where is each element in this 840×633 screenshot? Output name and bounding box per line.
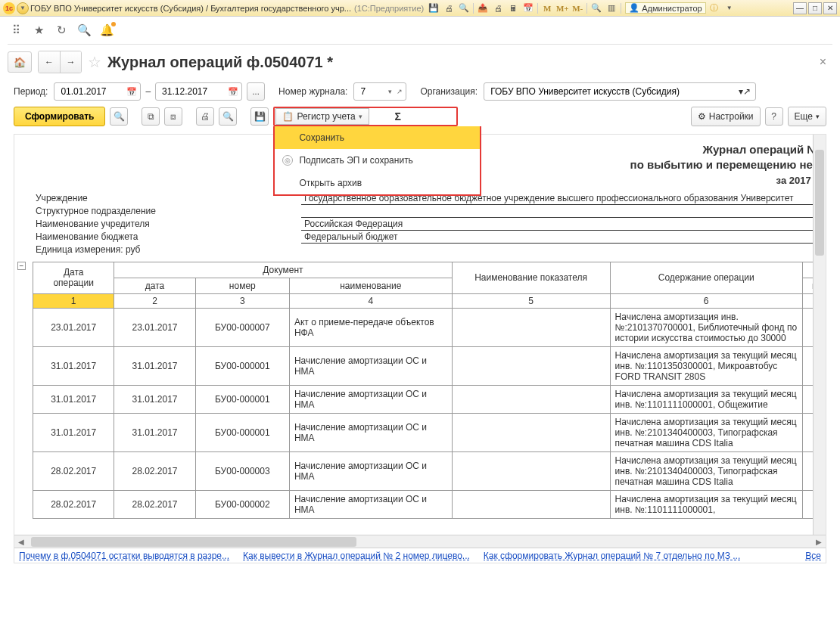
org-label: Организация:: [420, 86, 478, 97]
chevron-down-icon: ▾: [359, 113, 362, 120]
find-button[interactable]: 🔍: [110, 107, 128, 126]
help-button[interactable]: ?: [765, 107, 783, 126]
open-ext-icon[interactable]: ↗: [743, 86, 751, 97]
doc-print-icon[interactable]: 🖨: [491, 2, 505, 14]
col-content: Содержание операции: [610, 262, 802, 293]
tab-header: 🏠 ← → ☆ Журнал операций ф.0504071 * ×: [0, 45, 840, 79]
dropdown-sign[interactable]: ◎Подписать ЭП и сохранить: [275, 149, 480, 172]
date-to-input[interactable]: 📅: [155, 82, 242, 101]
chevron-down-icon[interactable]: ▾: [385, 88, 394, 95]
apps-icon[interactable]: ⠿: [9, 23, 23, 37]
journal-label: Номер журнала:: [278, 86, 347, 97]
open-ext-icon[interactable]: ↗: [395, 88, 404, 95]
hint-bar: Почему в ф.0504071 остатки выводятся в р…: [14, 548, 826, 563]
calendar-icon[interactable]: 📅: [228, 87, 238, 97]
tab-close-button[interactable]: ×: [820, 55, 826, 69]
hint-link-3[interactable]: Как сформировать Журнал операций № 7 отд…: [484, 551, 740, 561]
calendar-icon[interactable]: 📅: [126, 87, 137, 97]
send-up-icon[interactable]: 📤: [476, 2, 490, 14]
preview-icon[interactable]: 🔍: [457, 2, 471, 14]
chevron-down-icon: ▾: [816, 113, 820, 120]
hint-all-link[interactable]: Все: [805, 551, 821, 561]
registry-dropdown: Сохранить ◎Подписать ЭП и сохранить Откр…: [273, 126, 481, 196]
star-outline-icon[interactable]: ☆: [88, 53, 101, 71]
table-row[interactable]: 31.01.201731.01.2017БУ00-000001Начислени…: [33, 413, 827, 451]
table-row[interactable]: 31.01.201731.01.2017БУ00-000001Начислени…: [33, 346, 827, 385]
history-icon[interactable]: ↻: [54, 23, 68, 37]
settings-button[interactable]: ⚙Настройки: [691, 107, 761, 126]
table-row[interactable]: 31.01.201731.01.2017БУ00-000001Начислени…: [33, 385, 827, 413]
user-name: Администратор: [642, 4, 702, 13]
table-row[interactable]: 28.02.201728.02.2017БУ00-000003Начислени…: [33, 451, 827, 490]
window-title: ГОБУ ВПО Университет искусств (Субсидия)…: [30, 4, 351, 13]
calc-icon[interactable]: 🖩: [506, 2, 520, 14]
report-area: − Журнал операций №по выбытию и перемеще…: [14, 134, 826, 563]
user-icon: 👤: [629, 3, 639, 13]
close-button[interactable]: ✕: [823, 2, 837, 14]
m-icon[interactable]: M: [540, 2, 554, 14]
date-from-input[interactable]: 📅: [54, 82, 141, 101]
registry-group: 📋Регистр учета▾ Σ Сохранить ◎Подписать Э…: [273, 107, 457, 126]
calendar-icon[interactable]: 📅: [521, 2, 535, 14]
zoom-icon[interactable]: 🔍: [590, 2, 603, 14]
registry-button[interactable]: 📋Регистр учета▾: [275, 108, 369, 125]
titlebar: 1c ▼ ГОБУ ВПО Университет искусств (Субс…: [0, 0, 840, 17]
minimize-button[interactable]: —: [793, 2, 807, 14]
hint-link-2[interactable]: Как вывести в Журнал операций № 2 номер …: [243, 551, 470, 561]
m-minus-icon[interactable]: M-: [571, 2, 584, 14]
print-icon[interactable]: 🖨: [442, 2, 456, 14]
user-chip[interactable]: 👤Администратор: [625, 2, 705, 14]
maximize-button[interactable]: □: [808, 2, 822, 14]
home-button[interactable]: 🏠: [8, 51, 32, 73]
more-button[interactable]: Еще▾: [788, 107, 826, 126]
settings-icon: ⚙: [698, 111, 706, 122]
save-disk-button[interactable]: 💾: [250, 107, 269, 126]
nav-back-button[interactable]: ←: [39, 51, 60, 73]
collapse-button[interactable]: ⧈: [164, 107, 182, 126]
vertical-scrollbar[interactable]: [813, 135, 826, 535]
window-subtitle: (1С:Предприятие): [354, 4, 424, 13]
page-title: Журнал операций ф.0504071 *: [107, 54, 333, 71]
org-input[interactable]: ▾↗: [484, 82, 756, 101]
print2-button[interactable]: 🖨: [196, 107, 214, 126]
horizontal-scrollbar[interactable]: ◀▶: [14, 535, 826, 548]
stamp-icon: ◎: [282, 155, 293, 166]
dropdown-save[interactable]: Сохранить: [275, 126, 480, 149]
journal-number-input[interactable]: ▾↗: [353, 82, 406, 101]
col-doc: Документ: [114, 262, 452, 278]
titlebar-toolbar: 💾 🖨 🔍 📤 🖨 🖩 📅 M M+ M- 🔍 ▥ 👤Администратор…: [427, 2, 736, 14]
info-dd-icon[interactable]: ▼: [723, 2, 736, 14]
table-row[interactable]: 23.01.201723.01.2017БУ00-000007Акт о при…: [33, 308, 827, 346]
dropdown-archive[interactable]: Открыть архив: [275, 172, 480, 194]
generate-button[interactable]: Сформировать: [14, 107, 105, 126]
app-logo-icon: 1c: [3, 2, 15, 14]
m-plus-icon[interactable]: M+: [555, 2, 569, 14]
col-opdate: Дата операции: [33, 262, 114, 293]
preview2-button[interactable]: 🔍: [219, 107, 237, 126]
action-toolbar: Сформировать 🔍 ⧉ ⧈ 🖨 🔍 💾 📋Регистр учета▾…: [0, 104, 840, 129]
panes-icon[interactable]: ▥: [605, 2, 618, 14]
report-meta: УчреждениеГосударственное образовательно…: [33, 192, 823, 256]
main-toolbar: ⠿ ★ ↻ 🔍 🔔: [0, 17, 840, 44]
bell-icon[interactable]: 🔔: [100, 23, 114, 37]
nav-forward-button[interactable]: →: [60, 51, 81, 73]
info-icon[interactable]: ⓘ: [708, 2, 721, 14]
search-icon[interactable]: 🔍: [77, 23, 91, 37]
hint-link-1[interactable]: Почему в ф.0504071 остатки выводятся в р…: [19, 551, 229, 561]
col-indicator: Наименование показателя: [452, 262, 610, 293]
sigma-label[interactable]: Σ: [385, 110, 411, 123]
filter-bar: Период: 📅 – 📅 ... Номер журнала: ▾↗ Орга…: [0, 79, 840, 104]
table-row[interactable]: 28.02.201728.02.2017БУ00-000002Начислени…: [33, 490, 827, 518]
nav-arrows: ← →: [38, 51, 82, 73]
save-icon[interactable]: 💾: [427, 2, 440, 14]
period-label: Период:: [14, 86, 48, 97]
favorite-icon[interactable]: ★: [32, 23, 45, 37]
expand-button[interactable]: ⧉: [142, 107, 160, 126]
report-table: Дата операции Документ Наименование пока…: [33, 262, 826, 519]
collapse-tree-icon[interactable]: −: [17, 262, 26, 270]
app-menu-icon[interactable]: ▼: [17, 2, 29, 14]
period-picker-button[interactable]: ...: [247, 82, 265, 101]
